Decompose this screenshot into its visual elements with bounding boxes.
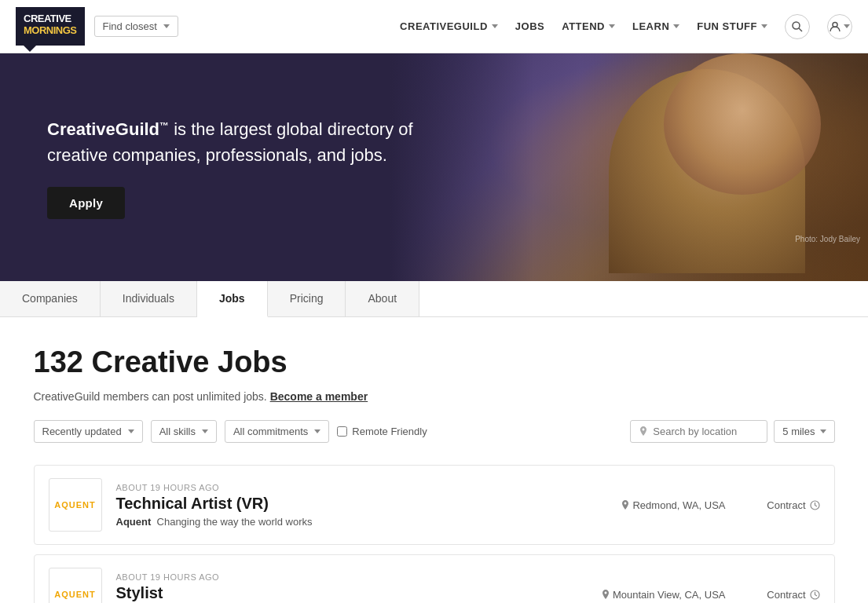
site-logo[interactable]: CREATIVE MORNINGS <box>16 7 85 46</box>
pin-icon <box>639 426 648 437</box>
company-tagline: Changing the way the world works <box>154 516 313 528</box>
tab-companies[interactable]: Companies <box>0 281 101 316</box>
nav-funstuff[interactable]: FUN STUFF <box>697 20 767 32</box>
hero-content: CreativeGuild™ is the largest global dir… <box>0 85 511 250</box>
job-company: Aquent Changing the way the world works <box>116 516 599 528</box>
filters-row: Recently updated All skills All commitme… <box>34 420 835 443</box>
logo-mornings: MORNINGS <box>24 24 77 36</box>
job-info: ABOUT 19 HOURS AGO Technical Artist (VR)… <box>116 483 599 528</box>
tab-about[interactable]: About <box>346 281 419 316</box>
type-label: Contract <box>767 499 805 511</box>
nav-learn[interactable]: LEARN <box>632 20 679 32</box>
photo-credit: Photo: Jody Bailey <box>795 235 860 243</box>
commitments-filter[interactable]: All commitments <box>225 420 329 443</box>
nav-creativeguild[interactable]: CREATIVEGUILD <box>400 20 498 32</box>
miles-selector[interactable]: 5 miles <box>774 420 834 443</box>
job-listings: AQUENT ABOUT 19 HOURS AGO Technical Arti… <box>34 465 835 603</box>
main-content: 132 Creative Jobs CreativeGuild members … <box>18 317 851 603</box>
svg-point-0 <box>793 22 800 29</box>
chevron-down-icon <box>820 429 826 433</box>
commitments-label: All commitments <box>233 426 308 437</box>
job-time: ABOUT 19 HOURS AGO <box>116 572 578 582</box>
sort-filter[interactable]: Recently updated <box>34 420 143 443</box>
search-icon <box>792 21 803 32</box>
clock-icon <box>810 590 820 600</box>
location-label: Find closest <box>103 20 157 32</box>
job-type: Contract <box>749 499 820 511</box>
location-input-wrapper <box>630 420 767 443</box>
chevron-down-icon <box>314 429 320 433</box>
job-card[interactable]: AQUENT ABOUT 19 HOURS AGO Technical Arti… <box>34 465 835 545</box>
tab-pricing[interactable]: Pricing <box>268 281 346 316</box>
miles-label: 5 miles <box>782 426 815 437</box>
location-search-input[interactable] <box>653 426 755 437</box>
type-label: Contract <box>767 589 805 601</box>
logo-area: CREATIVE MORNINGS Find closest <box>16 7 178 46</box>
location-pin-icon <box>602 590 610 600</box>
tabs-bar: Companies Individuals Jobs Pricing About <box>0 281 868 317</box>
job-location: Redmond, WA, USA <box>621 499 725 511</box>
hero-trademark: ™ <box>159 119 169 130</box>
job-info: ABOUT 19 HOURS AGO Stylist Aquent Changi… <box>116 572 578 604</box>
job-card[interactable]: AQUENT ABOUT 19 HOURS AGO Stylist Aquent… <box>34 554 835 603</box>
tab-individuals[interactable]: Individuals <box>101 281 197 316</box>
become-member-link[interactable]: Become a member <box>270 390 368 403</box>
job-title: Technical Artist (VR) <box>116 495 599 513</box>
location-search-area: 5 miles <box>630 420 834 443</box>
chevron-down-icon <box>163 24 170 28</box>
clock-icon <box>810 500 820 510</box>
tab-jobs[interactable]: Jobs <box>197 281 268 317</box>
chevron-down-icon <box>202 429 208 433</box>
chevron-down-icon <box>492 24 498 28</box>
logo-creative: CREATIVE <box>24 13 71 24</box>
remote-checkbox[interactable] <box>337 426 347 437</box>
nav-attend[interactable]: ATTEND <box>562 20 615 32</box>
apply-button[interactable]: Apply <box>47 187 125 219</box>
user-icon <box>830 21 841 32</box>
remote-filter[interactable]: Remote Friendly <box>337 426 427 437</box>
remote-label: Remote Friendly <box>352 426 427 437</box>
aquent-logo-text: AQUENT <box>54 590 95 599</box>
member-notice-text: CreativeGuild members can post unlimited… <box>34 390 267 403</box>
company-logo: AQUENT <box>49 478 102 532</box>
job-type: Contract <box>749 589 820 601</box>
hero-brand: CreativeGuild <box>47 119 159 139</box>
chevron-down-icon <box>673 24 679 28</box>
location-selector[interactable]: Find closest <box>94 16 178 37</box>
main-nav: CREATIVEGUILD JOBS ATTEND LEARN FUN STUF… <box>400 14 852 39</box>
skills-label: All skills <box>159 426 196 437</box>
company-logo: AQUENT <box>49 568 102 603</box>
chevron-down-icon <box>128 429 134 433</box>
user-menu-button[interactable] <box>827 14 852 39</box>
location-pin-icon <box>621 500 629 510</box>
location-text: Mountain View, CA, USA <box>613 589 726 601</box>
company-name: Aquent <box>116 516 152 528</box>
job-location: Mountain View, CA, USA <box>602 589 726 601</box>
job-time: ABOUT 19 HOURS AGO <box>116 483 599 492</box>
sort-label: Recently updated <box>42 426 122 437</box>
nav-jobs[interactable]: JOBS <box>515 20 544 32</box>
jobs-count-title: 132 Creative Jobs <box>34 345 835 379</box>
chevron-down-icon <box>609 24 615 28</box>
job-title: Stylist <box>116 584 578 602</box>
hero-title: CreativeGuild™ is the largest global dir… <box>47 116 463 168</box>
aquent-logo-text: AQUENT <box>54 500 95 510</box>
member-notice: CreativeGuild members can post unlimited… <box>34 390 835 403</box>
svg-line-1 <box>799 28 802 31</box>
search-button[interactable] <box>785 14 810 39</box>
location-text: Redmond, WA, USA <box>632 499 725 511</box>
skills-filter[interactable]: All skills <box>151 420 217 443</box>
chevron-down-icon <box>761 24 767 28</box>
chevron-down-icon <box>844 24 850 28</box>
site-header: CREATIVE MORNINGS Find closest CREATIVEG… <box>0 0 868 53</box>
hero-section: CreativeGuild™ is the largest global dir… <box>0 53 868 281</box>
